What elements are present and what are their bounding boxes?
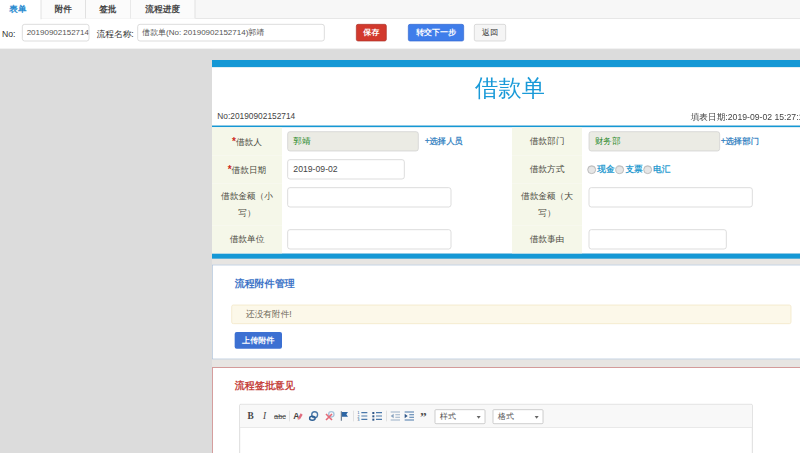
svg-text:3: 3 — [357, 417, 360, 421]
